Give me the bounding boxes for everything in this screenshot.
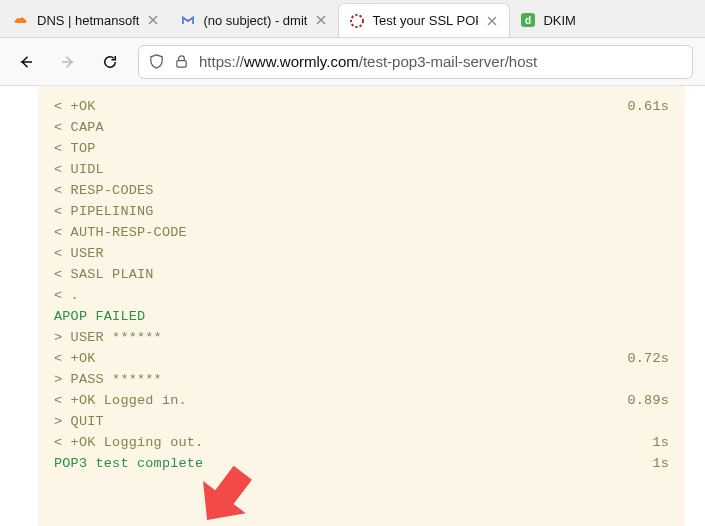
log-text: < +OK	[54, 96, 96, 117]
log-row: < UIDL	[54, 159, 669, 180]
url-host: www.wormly.com	[244, 53, 359, 70]
log-row: < +OK0.61s	[54, 96, 669, 117]
tab-label: Test your SSL POP	[372, 13, 478, 28]
reload-button[interactable]	[96, 48, 124, 76]
tab-label: DKIM	[543, 13, 576, 28]
log-row: < PIPELINING	[54, 201, 669, 222]
log-row: POP3 test complete1s	[54, 453, 669, 474]
log-time: 1s	[632, 432, 669, 453]
log-time: 0.72s	[607, 348, 669, 369]
log-text: > USER ******	[54, 327, 162, 348]
log-time: 0.61s	[607, 96, 669, 117]
close-icon[interactable]	[146, 13, 160, 27]
log-row: < .	[54, 285, 669, 306]
log-row: > USER ******	[54, 327, 669, 348]
log-text: < +OK	[54, 348, 96, 369]
log-text: APOP FAILED	[54, 306, 145, 327]
url-path: /test-pop3-mail-server/host	[359, 53, 537, 70]
log-row: > PASS ******	[54, 369, 669, 390]
log-row: < AUTH-RESP-CODE	[54, 222, 669, 243]
page-viewport: < +OK0.61s< CAPA< TOP< UIDL< RESP-CODES<…	[0, 86, 705, 526]
log-text: > QUIT	[54, 411, 104, 432]
tab-strip: DNS | hetmansoft (no subject) - dmit Tes…	[0, 0, 705, 38]
lock-icon	[174, 54, 189, 69]
log-text: > PASS ******	[54, 369, 162, 390]
log-time: 1s	[632, 453, 669, 474]
svg-text:d: d	[525, 15, 531, 26]
log-output: < +OK0.61s< CAPA< TOP< UIDL< RESP-CODES<…	[54, 96, 669, 474]
log-row: < CAPA	[54, 117, 669, 138]
cloudflare-icon	[14, 12, 30, 28]
url-bar[interactable]: https://www.wormly.com/test-pop3-mail-se…	[138, 45, 693, 79]
log-text: < RESP-CODES	[54, 180, 154, 201]
log-row: > QUIT	[54, 411, 669, 432]
log-text: < TOP	[54, 138, 96, 159]
log-row: < RESP-CODES	[54, 180, 669, 201]
log-text: < +OK Logged in.	[54, 390, 187, 411]
test-output-panel: < +OK0.61s< CAPA< TOP< UIDL< RESP-CODES<…	[38, 86, 685, 526]
toolbar: https://www.wormly.com/test-pop3-mail-se…	[0, 38, 705, 86]
tab-dns[interactable]: DNS | hetmansoft	[4, 3, 170, 37]
close-icon[interactable]	[485, 14, 499, 28]
log-row: < +OK0.72s	[54, 348, 669, 369]
log-text: < PIPELINING	[54, 201, 154, 222]
back-button[interactable]	[12, 48, 40, 76]
tab-dkim[interactable]: d DKIM	[510, 3, 586, 37]
wormly-icon	[349, 13, 365, 29]
log-text: < AUTH-RESP-CODE	[54, 222, 187, 243]
log-row: < +OK Logging out.1s	[54, 432, 669, 453]
log-row: < SASL PLAIN	[54, 264, 669, 285]
shield-icon	[149, 54, 164, 69]
log-row: < USER	[54, 243, 669, 264]
log-text: < .	[54, 285, 79, 306]
log-text: < UIDL	[54, 159, 104, 180]
close-icon[interactable]	[314, 13, 328, 27]
tab-wormly[interactable]: Test your SSL POP	[338, 3, 510, 37]
log-row: < +OK Logged in.0.89s	[54, 390, 669, 411]
url-text: https://www.wormly.com/test-pop3-mail-se…	[199, 53, 537, 70]
tab-label: (no subject) - dmit	[203, 13, 307, 28]
log-text: < CAPA	[54, 117, 104, 138]
gmail-icon	[180, 12, 196, 28]
log-text: POP3 test complete	[54, 453, 203, 474]
log-text: < +OK Logging out.	[54, 432, 203, 453]
log-row: APOP FAILED	[54, 306, 669, 327]
forward-button[interactable]	[54, 48, 82, 76]
tab-label: DNS | hetmansoft	[37, 13, 139, 28]
url-scheme: https://	[199, 53, 244, 70]
svg-point-0	[351, 15, 363, 27]
log-time: 0.89s	[607, 390, 669, 411]
log-row: < TOP	[54, 138, 669, 159]
log-text: < SASL PLAIN	[54, 264, 154, 285]
log-text: < USER	[54, 243, 104, 264]
dkim-icon: d	[520, 12, 536, 28]
svg-rect-3	[177, 61, 186, 68]
tab-gmail[interactable]: (no subject) - dmit	[170, 3, 338, 37]
